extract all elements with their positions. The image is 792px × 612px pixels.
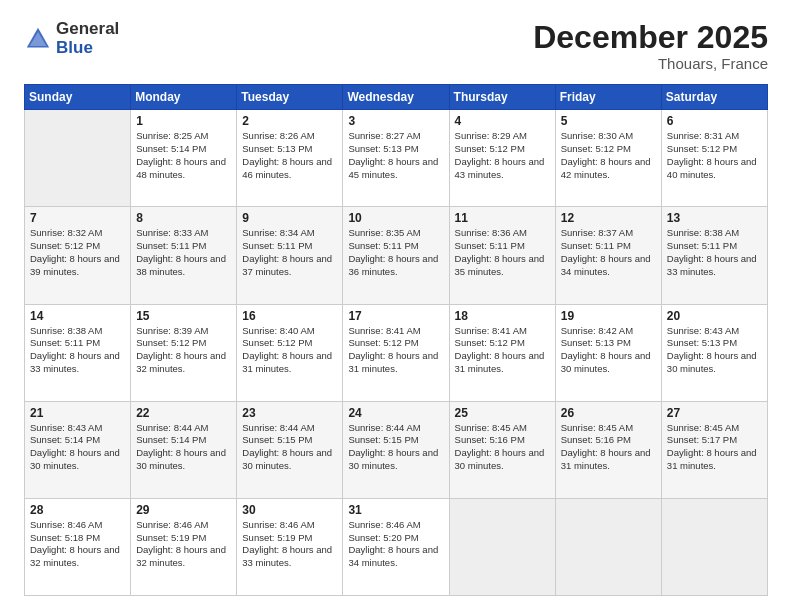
- day-number: 6: [667, 114, 762, 128]
- day-info: Sunrise: 8:43 AMSunset: 5:13 PMDaylight:…: [667, 325, 762, 376]
- day-number: 18: [455, 309, 550, 323]
- calendar-cell: 24Sunrise: 8:44 AMSunset: 5:15 PMDayligh…: [343, 401, 449, 498]
- calendar-cell: 29Sunrise: 8:46 AMSunset: 5:19 PMDayligh…: [131, 498, 237, 595]
- calendar-cell: 30Sunrise: 8:46 AMSunset: 5:19 PMDayligh…: [237, 498, 343, 595]
- day-info: Sunrise: 8:41 AMSunset: 5:12 PMDaylight:…: [348, 325, 443, 376]
- calendar-weekday-friday: Friday: [555, 85, 661, 110]
- calendar-cell: 11Sunrise: 8:36 AMSunset: 5:11 PMDayligh…: [449, 207, 555, 304]
- calendar-cell: [449, 498, 555, 595]
- day-info: Sunrise: 8:38 AMSunset: 5:11 PMDaylight:…: [667, 227, 762, 278]
- calendar-cell: 21Sunrise: 8:43 AMSunset: 5:14 PMDayligh…: [25, 401, 131, 498]
- logo-blue: Blue: [56, 39, 119, 58]
- calendar-weekday-sunday: Sunday: [25, 85, 131, 110]
- calendar-cell: 2Sunrise: 8:26 AMSunset: 5:13 PMDaylight…: [237, 110, 343, 207]
- day-number: 27: [667, 406, 762, 420]
- page-subtitle: Thouars, France: [533, 55, 768, 72]
- calendar-week-row: 1Sunrise: 8:25 AMSunset: 5:14 PMDaylight…: [25, 110, 768, 207]
- day-number: 19: [561, 309, 656, 323]
- calendar-cell: 6Sunrise: 8:31 AMSunset: 5:12 PMDaylight…: [661, 110, 767, 207]
- day-number: 5: [561, 114, 656, 128]
- logo-general: General: [56, 20, 119, 39]
- day-info: Sunrise: 8:44 AMSunset: 5:14 PMDaylight:…: [136, 422, 231, 473]
- logo-text: General Blue: [56, 20, 119, 57]
- day-number: 14: [30, 309, 125, 323]
- calendar-weekday-monday: Monday: [131, 85, 237, 110]
- day-info: Sunrise: 8:43 AMSunset: 5:14 PMDaylight:…: [30, 422, 125, 473]
- day-info: Sunrise: 8:39 AMSunset: 5:12 PMDaylight:…: [136, 325, 231, 376]
- calendar-cell: 9Sunrise: 8:34 AMSunset: 5:11 PMDaylight…: [237, 207, 343, 304]
- day-number: 7: [30, 211, 125, 225]
- day-number: 20: [667, 309, 762, 323]
- day-info: Sunrise: 8:44 AMSunset: 5:15 PMDaylight:…: [242, 422, 337, 473]
- day-number: 24: [348, 406, 443, 420]
- day-info: Sunrise: 8:35 AMSunset: 5:11 PMDaylight:…: [348, 227, 443, 278]
- day-info: Sunrise: 8:45 AMSunset: 5:16 PMDaylight:…: [455, 422, 550, 473]
- calendar-week-row: 14Sunrise: 8:38 AMSunset: 5:11 PMDayligh…: [25, 304, 768, 401]
- calendar-cell: 23Sunrise: 8:44 AMSunset: 5:15 PMDayligh…: [237, 401, 343, 498]
- day-info: Sunrise: 8:45 AMSunset: 5:16 PMDaylight:…: [561, 422, 656, 473]
- calendar-weekday-saturday: Saturday: [661, 85, 767, 110]
- day-info: Sunrise: 8:30 AMSunset: 5:12 PMDaylight:…: [561, 130, 656, 181]
- logo: General Blue: [24, 20, 119, 57]
- header: General Blue December 2025 Thouars, Fran…: [24, 20, 768, 72]
- day-number: 2: [242, 114, 337, 128]
- calendar-cell: 14Sunrise: 8:38 AMSunset: 5:11 PMDayligh…: [25, 304, 131, 401]
- day-number: 4: [455, 114, 550, 128]
- day-info: Sunrise: 8:31 AMSunset: 5:12 PMDaylight:…: [667, 130, 762, 181]
- day-number: 30: [242, 503, 337, 517]
- day-info: Sunrise: 8:36 AMSunset: 5:11 PMDaylight:…: [455, 227, 550, 278]
- day-number: 28: [30, 503, 125, 517]
- calendar-cell: 18Sunrise: 8:41 AMSunset: 5:12 PMDayligh…: [449, 304, 555, 401]
- day-number: 13: [667, 211, 762, 225]
- day-number: 8: [136, 211, 231, 225]
- calendar-cell: 5Sunrise: 8:30 AMSunset: 5:12 PMDaylight…: [555, 110, 661, 207]
- day-info: Sunrise: 8:37 AMSunset: 5:11 PMDaylight:…: [561, 227, 656, 278]
- calendar-cell: 27Sunrise: 8:45 AMSunset: 5:17 PMDayligh…: [661, 401, 767, 498]
- calendar-cell: 19Sunrise: 8:42 AMSunset: 5:13 PMDayligh…: [555, 304, 661, 401]
- calendar: SundayMondayTuesdayWednesdayThursdayFrid…: [24, 84, 768, 596]
- day-number: 26: [561, 406, 656, 420]
- calendar-cell: [661, 498, 767, 595]
- day-number: 15: [136, 309, 231, 323]
- calendar-cell: 31Sunrise: 8:46 AMSunset: 5:20 PMDayligh…: [343, 498, 449, 595]
- calendar-cell: 26Sunrise: 8:45 AMSunset: 5:16 PMDayligh…: [555, 401, 661, 498]
- day-number: 3: [348, 114, 443, 128]
- calendar-week-row: 21Sunrise: 8:43 AMSunset: 5:14 PMDayligh…: [25, 401, 768, 498]
- day-info: Sunrise: 8:46 AMSunset: 5:20 PMDaylight:…: [348, 519, 443, 570]
- day-info: Sunrise: 8:41 AMSunset: 5:12 PMDaylight:…: [455, 325, 550, 376]
- calendar-header-row: SundayMondayTuesdayWednesdayThursdayFrid…: [25, 85, 768, 110]
- day-info: Sunrise: 8:46 AMSunset: 5:19 PMDaylight:…: [242, 519, 337, 570]
- day-info: Sunrise: 8:42 AMSunset: 5:13 PMDaylight:…: [561, 325, 656, 376]
- day-number: 31: [348, 503, 443, 517]
- calendar-cell: 16Sunrise: 8:40 AMSunset: 5:12 PMDayligh…: [237, 304, 343, 401]
- day-info: Sunrise: 8:46 AMSunset: 5:19 PMDaylight:…: [136, 519, 231, 570]
- calendar-cell: 25Sunrise: 8:45 AMSunset: 5:16 PMDayligh…: [449, 401, 555, 498]
- calendar-weekday-thursday: Thursday: [449, 85, 555, 110]
- page-title: December 2025: [533, 20, 768, 55]
- day-number: 17: [348, 309, 443, 323]
- calendar-cell: 28Sunrise: 8:46 AMSunset: 5:18 PMDayligh…: [25, 498, 131, 595]
- day-info: Sunrise: 8:38 AMSunset: 5:11 PMDaylight:…: [30, 325, 125, 376]
- day-info: Sunrise: 8:33 AMSunset: 5:11 PMDaylight:…: [136, 227, 231, 278]
- calendar-cell: 17Sunrise: 8:41 AMSunset: 5:12 PMDayligh…: [343, 304, 449, 401]
- generalblue-logo-icon: [24, 25, 52, 53]
- day-number: 23: [242, 406, 337, 420]
- page: General Blue December 2025 Thouars, Fran…: [0, 0, 792, 612]
- day-number: 10: [348, 211, 443, 225]
- day-number: 25: [455, 406, 550, 420]
- day-number: 12: [561, 211, 656, 225]
- title-block: December 2025 Thouars, France: [533, 20, 768, 72]
- day-info: Sunrise: 8:25 AMSunset: 5:14 PMDaylight:…: [136, 130, 231, 181]
- calendar-cell: 12Sunrise: 8:37 AMSunset: 5:11 PMDayligh…: [555, 207, 661, 304]
- calendar-week-row: 28Sunrise: 8:46 AMSunset: 5:18 PMDayligh…: [25, 498, 768, 595]
- day-info: Sunrise: 8:29 AMSunset: 5:12 PMDaylight:…: [455, 130, 550, 181]
- calendar-cell: 10Sunrise: 8:35 AMSunset: 5:11 PMDayligh…: [343, 207, 449, 304]
- day-info: Sunrise: 8:45 AMSunset: 5:17 PMDaylight:…: [667, 422, 762, 473]
- calendar-cell: 4Sunrise: 8:29 AMSunset: 5:12 PMDaylight…: [449, 110, 555, 207]
- calendar-cell: 13Sunrise: 8:38 AMSunset: 5:11 PMDayligh…: [661, 207, 767, 304]
- day-number: 22: [136, 406, 231, 420]
- day-number: 11: [455, 211, 550, 225]
- calendar-cell: 1Sunrise: 8:25 AMSunset: 5:14 PMDaylight…: [131, 110, 237, 207]
- day-info: Sunrise: 8:44 AMSunset: 5:15 PMDaylight:…: [348, 422, 443, 473]
- day-info: Sunrise: 8:26 AMSunset: 5:13 PMDaylight:…: [242, 130, 337, 181]
